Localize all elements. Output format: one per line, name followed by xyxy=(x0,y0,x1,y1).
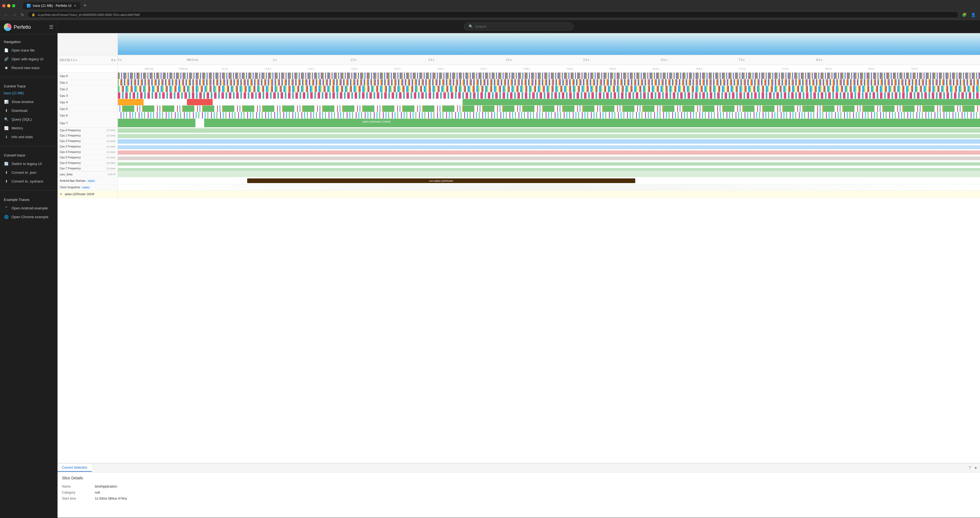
reload-button[interactable]: ↻ xyxy=(20,11,25,18)
track-label-cpu7: Cpu 7 xyxy=(57,119,118,127)
sidebar-item-info[interactable]: ℹ Info and stats xyxy=(0,132,57,141)
back-button[interactable]: ← xyxy=(3,11,9,18)
ruler-tick-2: 2 s xyxy=(273,58,277,61)
detail-row-category: Category null xyxy=(62,489,975,496)
current-trace-section: Current Trace trace (21 MB) 📊 Show timel… xyxy=(0,79,57,144)
sidebar-header: Perfetto ☰ xyxy=(0,20,57,35)
toolbar-pin-button[interactable]: ⊤ xyxy=(967,465,973,471)
sidebar-item-legacy-ui[interactable]: 🔗 Open with legacy UI xyxy=(0,54,57,63)
track-canvas-num-forks xyxy=(118,172,980,177)
search-input[interactable] xyxy=(475,24,552,29)
overview-left xyxy=(57,33,118,55)
search-icon: 🔍 xyxy=(469,24,473,29)
current-trace-label: Current Trace xyxy=(0,82,57,90)
sidebar-item-chrome-example[interactable]: 🌐 Open Chrome example xyxy=(0,212,57,221)
example-traces-label: Example Traces xyxy=(0,196,57,204)
track-cpu6: Cpu 6 xyxy=(57,112,980,119)
external-icon: 🔗 xyxy=(4,56,9,61)
track-cpu7: Cpu 7 qidian.QDReader [16648] xyxy=(57,119,980,128)
sub-ruler-left xyxy=(57,65,118,72)
maximize-button[interactable] xyxy=(12,4,15,7)
subtick-12: +6.3 s xyxy=(652,67,659,70)
sidebar-item-convert-systrace[interactable]: ⬇ Convert to .systrace xyxy=(0,177,57,186)
track-label-cpu1: Cpu 1 xyxy=(57,79,118,86)
ruler-tick-1: 980.9 ms xyxy=(187,58,198,61)
track-cpu6-freq: Cpu 6 Frequency 2.5 GHz xyxy=(57,160,980,166)
tab-current-selection[interactable]: Current Selection xyxy=(57,464,92,472)
overview-pixels xyxy=(118,33,980,55)
track-label-cpu6: Cpu 6 xyxy=(57,112,118,118)
extensions-button[interactable]: 🧩 xyxy=(961,11,968,18)
address-bar[interactable]: 🔒 ui.perfetto.dev/#!viewer?trace_id=0000… xyxy=(27,11,959,18)
tab-favicon xyxy=(27,4,31,8)
sidebar-item-show-timeline[interactable]: 📊 Show timeline xyxy=(0,97,57,106)
track-label-cpu1-freq: Cpu 1 Frequency 2.5 GHz xyxy=(57,133,118,138)
track-cpu2-freq: Cpu 2 Frequency 2.5 GHz xyxy=(57,139,980,144)
track-canvas-cpu1 xyxy=(118,79,980,86)
menu-button[interactable]: ☰ xyxy=(49,24,53,30)
track-canvas-cpu2-freq xyxy=(118,139,980,143)
main-content: 🔍 531719.7 s + 0 s 0 s xyxy=(57,20,980,518)
sidebar-item-query[interactable]: 🔍 Query (SQL) xyxy=(0,115,57,124)
detail-label-start-time: Start time xyxy=(62,497,95,500)
sidebar-item-download[interactable]: ⬇ Download xyxy=(0,106,57,115)
active-tab[interactable]: trace (21 MB) - Perfetto UI ✕ xyxy=(23,2,80,9)
toolbar-chevron-button[interactable]: ▾ xyxy=(974,465,978,471)
time-ruler-sub: +283 ms +783 ms +1.3 s +1.8 s +2.3 s +2.… xyxy=(57,65,980,73)
chrome-example-label: Open Chrome example xyxy=(11,215,48,219)
ruler-start-label: 531719.7 s + xyxy=(60,58,77,62)
trace-name: trace (21 MB) xyxy=(0,90,57,97)
subtick-8: +4.3 s xyxy=(480,67,487,70)
track-canvas-cpu7-freq xyxy=(118,166,980,171)
track-cpu3: Cpu 3 xyxy=(57,92,980,99)
search-bar: 🔍 xyxy=(60,22,977,30)
minimize-button[interactable] xyxy=(7,4,10,7)
sidebar-item-android-example[interactable]: 📱 Open Android example xyxy=(0,204,57,212)
sidebar-item-metrics[interactable]: 📈 Metrics xyxy=(0,124,57,132)
subtick-9: +4.8 s xyxy=(523,67,530,70)
metrics-icon: 📈 xyxy=(4,126,9,131)
time-ruler-top: 531719.7 s + 0 s 0 s 980.9 ms 2 s 2.9 s … xyxy=(57,55,980,65)
track-cpu4: Cpu 4 xyxy=(57,99,980,105)
new-tab-button[interactable]: + xyxy=(81,2,89,10)
cpu0-freq-value: 2.5 GHz xyxy=(106,129,115,132)
track-label-cpu0: Cpu 0 xyxy=(57,73,118,79)
track-canvas-cpu0 xyxy=(118,73,980,79)
track-canvas-cpu3-freq xyxy=(118,144,980,149)
example-traces-section: Example Traces 📱 Open Android example 🌐 … xyxy=(0,193,57,225)
track-label-num-forks: num_forks 0.25 M xyxy=(57,172,118,177)
detail-row-name: Name bindApplication xyxy=(62,483,975,489)
cpu6-freq-value: 2.5 GHz xyxy=(106,162,115,164)
subtick-2: +1.3 s xyxy=(221,67,228,70)
subtick-6: +3.3 s xyxy=(394,67,401,70)
traffic-lights xyxy=(2,4,15,7)
detail-label-category: Category xyxy=(62,491,95,494)
profile-button[interactable]: 👤 xyxy=(970,11,977,18)
convert-trace-section: Convert trace 🔄 Switch to legacy UI ⬇ Co… xyxy=(0,148,57,189)
track-cpu5: Cpu 5 xyxy=(57,105,980,112)
browser-controls: ← → ↻ 🔒 ui.perfetto.dev/#!viewer?trace_i… xyxy=(0,10,980,20)
tab-close-icon[interactable]: ✕ xyxy=(74,4,76,8)
collapse-icon[interactable]: ▼ xyxy=(60,193,62,196)
search-input-wrap[interactable]: 🔍 xyxy=(464,22,574,30)
download-label: Download xyxy=(11,108,27,113)
track-canvas-cpu7: qidian.QDReader [16648] xyxy=(118,119,980,127)
sidebar-item-switch-legacy[interactable]: 🔄 Switch to legacy UI xyxy=(0,159,57,168)
subtick-4: +2.3 s xyxy=(307,67,314,70)
timeline-area[interactable]: 531719.7 s + 0 s 0 s 980.9 ms 2 s 2.9 s … xyxy=(57,33,980,463)
forward-button[interactable]: → xyxy=(11,11,18,18)
sidebar-item-record-trace[interactable]: ⏺ Record new trace xyxy=(0,63,57,72)
ruler-tick-6: 5.9 s xyxy=(584,58,589,61)
track-label-android-startups: Android App Startups metric xyxy=(57,177,118,184)
logo-icon xyxy=(4,23,11,31)
track-canvas-cpu4 xyxy=(118,99,980,105)
process-group-row: ▼ qidian.QDReader 16648 xyxy=(57,190,980,198)
close-button[interactable] xyxy=(2,4,5,7)
process-group-name: qidian.QDReader 16648 xyxy=(65,193,94,196)
sidebar-item-convert-json[interactable]: ⬇ Convert to .json xyxy=(0,168,57,177)
cpu3-freq-value: 2.5 GHz xyxy=(106,145,115,148)
track-cpu5-freq: Cpu 5 Frequency 2.5 GHz xyxy=(57,155,980,160)
sidebar-item-open-trace[interactable]: 📄 Open trace file xyxy=(0,46,57,54)
query-icon: 🔍 xyxy=(4,117,9,122)
track-cpu2: Cpu 2 xyxy=(57,86,980,92)
